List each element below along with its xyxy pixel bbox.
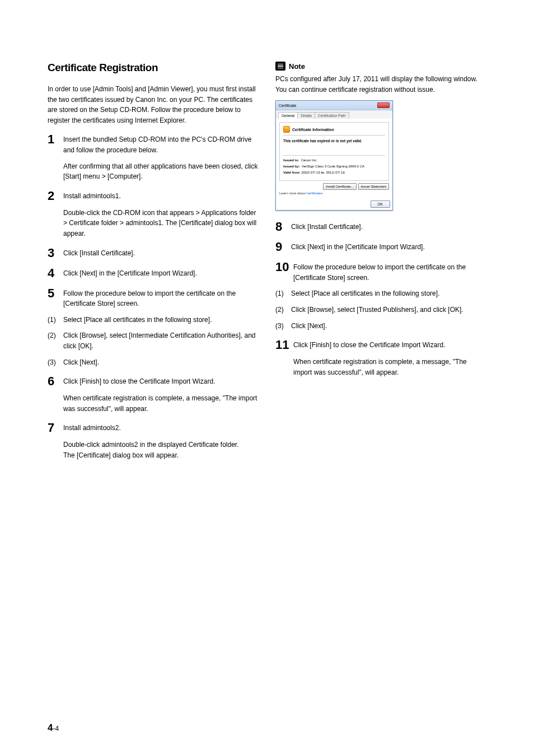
step-text: Install admintools1. [63,190,259,202]
step-1: 1 Insert the bundled Setup CD-ROM into t… [48,133,259,155]
step-3: 3 Click [Install Certificate]. [48,247,259,259]
learn-more-link: Learn more about certificates [279,192,389,195]
step-number: 4 [48,267,63,279]
step-number: 10 [275,261,293,273]
step-number: 9 [275,241,291,253]
tab-details[interactable]: Details [297,112,315,119]
step-2-sub: Double-click the CD-ROM icon that appear… [63,208,259,239]
step-text: Click [Finish] to close the Certificate … [293,339,486,351]
close-icon[interactable] [377,102,390,108]
certificate-message: This certificate has expired or is not y… [283,138,385,155]
issuer-statement-button[interactable]: Issuer Statement [358,183,389,190]
install-certificate-button[interactable]: Install Certificate... [323,183,356,190]
step-4: 4 Click [Next] in the [Certificate Impor… [48,267,259,279]
step-11-sub: When certificate registration is complet… [293,357,486,377]
subitem-1: (1) Select [Place all certificates in th… [48,315,259,325]
tab-general[interactable]: General [278,112,298,119]
step-9: 9 Click [Next] in the [Certificate Impor… [275,241,486,253]
step-text: Click [Next] in the [Certificate Import … [291,241,486,253]
step-text: Follow the procedure below to import the… [293,261,486,283]
step-6: 6 Click [Finish] to close the Certificat… [48,375,259,388]
step-10: 10 Follow the procedure below to import … [275,261,486,283]
step-6-sub: When certificate registration is complet… [63,393,259,414]
dialog-body: Certificate Information This certificate… [276,119,392,198]
note-icon [275,62,285,71]
step-number: 3 [48,247,63,259]
step-10-sublist: (1) Select [Place all certificates in th… [275,288,486,331]
dialog-tabs: General Details Certification Path [276,110,392,119]
step-number: 1 [48,133,63,146]
step-7: 7 Install admintools2. [48,422,259,434]
step-number: 6 [48,375,63,388]
page-title: Certificate Registration [48,62,259,74]
step-text: Install admintools2. [63,422,259,433]
ok-button[interactable]: OK [371,200,390,208]
step-number: 2 [48,190,63,202]
subitem-3: (3) Click [Next]. [48,357,259,368]
subitem-2: (2) Click [Browse], select [Intermediate… [48,330,259,351]
step-text: Insert the bundled Setup CD-ROM into the… [63,133,259,155]
note-label: Note [289,62,305,71]
page-footer: 4-4 [48,722,59,734]
step-7-sub: Double-click admintools2 in the displaye… [63,440,259,460]
subitem-1: (1) Select [Place all certificates in th… [275,288,486,299]
certificate-info-title: Certificate Information [292,128,334,132]
step-2: 2 Install admintools1. [48,190,259,202]
dialog-titlebar: Certificate [276,101,392,110]
step-number: 11 [275,339,293,351]
certificate-fields: Issued to: Canon Inc. Issued by: VeriSig… [283,155,385,174]
step-number: 7 [48,422,63,434]
step-5-sublist: (1) Select [Place all certificates in th… [48,315,259,367]
step-11: 11 Click [Finish] to close the Certifica… [275,339,486,351]
step-5: 5 Follow the procedure below to import t… [48,287,259,309]
dialog-title: Certificate [279,104,297,108]
step-text: Click [Finish] to close the Certificate … [63,375,259,387]
tab-certification-path[interactable]: Certification Path [315,112,349,119]
certificate-dialog: Certificate General Details Certificatio… [275,100,393,211]
note-header: Note [275,62,486,71]
intro-text: In order to use [Admin Tools] and [Admin… [48,84,259,125]
certificate-info-box: Certificate Information This certificate… [279,122,389,181]
subitem-3: (3) Click [Next]. [275,321,486,332]
step-number: 8 [275,221,291,233]
step-1-sub: After confirming that all other applicat… [63,161,259,182]
step-8: 8 Click [Install Certificate]. [275,221,486,233]
certificate-icon [283,126,290,133]
subitem-2: (2) Click [Browse], select [Trusted Publ… [275,305,486,315]
step-text: Click [Next] in the [Certificate Import … [63,267,259,279]
step-number: 5 [48,287,63,300]
note-text: PCs configured after July 17, 2011 will … [275,74,486,95]
step-text: Click [Install Certificate]. [63,247,259,259]
step-text: Follow the procedure below to import the… [63,287,259,309]
right-column: Note PCs configured after July 17, 2011 … [275,62,486,464]
step-text: Click [Install Certificate]. [291,221,486,232]
left-column: Certificate Registration In order to use… [48,62,259,464]
